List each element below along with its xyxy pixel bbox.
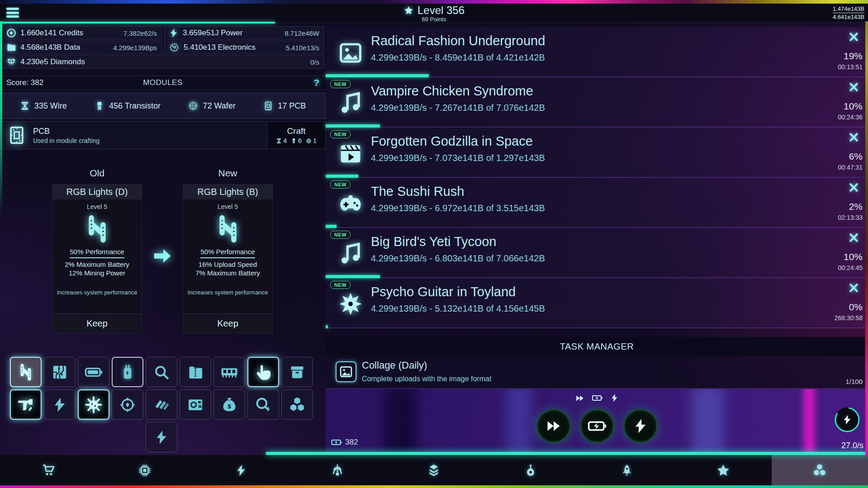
inventory-item-archive-box[interactable] bbox=[281, 357, 313, 387]
energy-ring-button[interactable] bbox=[834, 406, 861, 433]
upload-progress-bar bbox=[326, 124, 380, 128]
close-icon[interactable] bbox=[849, 232, 859, 243]
inventory-item-ram[interactable] bbox=[213, 357, 245, 387]
upload-title: The Sushi Rush bbox=[371, 184, 464, 199]
inventory-item-money-bag[interactable] bbox=[213, 389, 245, 420]
upload-row[interactable]: NEW Big Bird's Yeti Tycoon 4.299e139B/s … bbox=[326, 228, 868, 278]
new-label: New bbox=[183, 168, 273, 179]
media-bg-magenta-bar bbox=[803, 389, 815, 452]
task-row[interactable]: Collage (Daily) Complete uploads with th… bbox=[326, 356, 868, 389]
right-neon-strip bbox=[865, 21, 868, 455]
resource-data-row: 4.568e143B Data 4.299e139Bps bbox=[1, 41, 162, 54]
upload-progress-bar bbox=[326, 325, 328, 328]
zip-folder-icon bbox=[187, 364, 204, 380]
data-amount: 4.568e143B Data bbox=[20, 43, 80, 52]
close-icon[interactable] bbox=[849, 32, 859, 42]
wire-bundle-icon bbox=[153, 396, 170, 413]
module-count-transistor: 456 Transistor bbox=[95, 101, 161, 111]
keep-new-button[interactable]: Keep bbox=[183, 313, 272, 333]
upload-progress-bar bbox=[326, 225, 337, 228]
wafer-icon bbox=[306, 138, 312, 144]
battery-charge-button[interactable] bbox=[580, 409, 614, 443]
keep-old-button[interactable]: Keep bbox=[52, 313, 142, 333]
battery-charge-icon bbox=[588, 417, 607, 436]
old-label: Old bbox=[52, 168, 142, 179]
battery-icon bbox=[85, 363, 103, 381]
cubes-icon bbox=[289, 396, 306, 413]
battery-charge-icon bbox=[592, 393, 603, 403]
energy-button[interactable] bbox=[623, 409, 658, 443]
inventory-item-bolt[interactable] bbox=[44, 389, 76, 420]
close-icon[interactable] bbox=[849, 283, 859, 293]
inventory-item-wire-bundle[interactable] bbox=[146, 389, 177, 420]
media-controls-section: 382 27.0/s bbox=[326, 389, 868, 452]
upload-row[interactable]: NEW Psycho Guitar in Toyland 4.299e139B/… bbox=[326, 278, 868, 328]
nav-rocket[interactable] bbox=[579, 455, 675, 485]
circuit-board-icon bbox=[51, 364, 68, 381]
close-icon[interactable] bbox=[849, 82, 859, 92]
fast-forward-button[interactable] bbox=[536, 409, 571, 443]
nav-claw-machine[interactable] bbox=[289, 455, 386, 485]
upload-row[interactable]: NEW The Sushi Rush 4.299e139B/s - 6.972e… bbox=[326, 178, 868, 228]
nav-lab[interactable] bbox=[482, 455, 579, 485]
bottom-rainbow-strip bbox=[0, 485, 868, 488]
led-strip-icon bbox=[214, 215, 242, 243]
inventory-item-target[interactable] bbox=[112, 389, 143, 420]
nav-modules[interactable] bbox=[772, 455, 868, 485]
bolt-icon bbox=[52, 397, 68, 413]
chip-icon bbox=[138, 464, 152, 477]
nav-energy[interactable] bbox=[193, 455, 289, 485]
data-folder-icon bbox=[6, 43, 16, 52]
upload-percent: 10% bbox=[844, 251, 863, 262]
nav-level[interactable] bbox=[675, 455, 772, 485]
help-button[interactable]: ? bbox=[313, 77, 319, 88]
new-badge: NEW bbox=[330, 130, 351, 138]
upload-row[interactable]: NEW Vampire Chicken Syndrome 4.299e139B/… bbox=[326, 77, 868, 128]
inventory-item-virus[interactable] bbox=[78, 389, 109, 420]
upload-row[interactable]: NEW Forgotten Godzilla in Space 4.299e13… bbox=[326, 128, 868, 178]
resource-grid: 1.660e141 Credits 7.382e62/s 3.659e51J P… bbox=[1, 26, 324, 69]
inventory-item-hand-cursor[interactable] bbox=[247, 357, 279, 387]
upload-title: Forgotten Godzilla in Space bbox=[371, 134, 533, 149]
inventory-item-glue-gun[interactable] bbox=[10, 389, 42, 420]
bolt-icon bbox=[632, 418, 649, 434]
left-neon-strip bbox=[0, 21, 2, 216]
upload-row[interactable]: Radical Fashion Underground 4.299e139B/s… bbox=[326, 27, 868, 77]
music-icon bbox=[338, 91, 363, 115]
inventory-item-search-bolt[interactable] bbox=[247, 389, 279, 420]
module-count-wafer: 72 Wafer bbox=[188, 101, 235, 111]
battery-charge-icon bbox=[331, 437, 342, 448]
led-strip-icon bbox=[83, 215, 111, 243]
upload-time-remaining: 00:47:31 bbox=[838, 164, 863, 171]
inventory-item-bolt-2[interactable] bbox=[146, 422, 177, 452]
craft-button[interactable]: Craft 4 6 1 bbox=[267, 122, 325, 149]
inventory-item-magnifier[interactable] bbox=[146, 357, 177, 387]
menu-icon[interactable] bbox=[6, 8, 19, 18]
media-bg-bar bbox=[692, 389, 724, 452]
left-panel: 1.660e141 Credits 7.382e62/s 3.659e51J P… bbox=[0, 25, 326, 452]
upload-time-remaining: 268:30:58 bbox=[835, 314, 863, 322]
pcb-icon bbox=[7, 125, 27, 145]
inventory-item-led-strip[interactable] bbox=[10, 357, 42, 387]
battery-count: 382 bbox=[345, 438, 358, 447]
inventory-item-charger[interactable] bbox=[112, 357, 143, 387]
nav-hardware[interactable] bbox=[96, 455, 193, 485]
close-icon[interactable] bbox=[849, 182, 859, 193]
inventory-item-circuit-board[interactable] bbox=[44, 357, 76, 387]
inventory-item-psu[interactable] bbox=[180, 389, 211, 420]
close-icon[interactable] bbox=[849, 132, 859, 142]
pcb-icon bbox=[263, 101, 273, 111]
bottom-nav bbox=[0, 455, 868, 485]
led-strip-icon bbox=[17, 364, 34, 381]
inventory-item-zip-folder[interactable] bbox=[180, 357, 211, 387]
selected-module-row: PCB Used in module crafting Craft 4 6 1 bbox=[0, 121, 326, 149]
section-progress-bar bbox=[266, 452, 868, 455]
new-badge: NEW bbox=[330, 80, 351, 88]
module-description: Used in module crafting bbox=[33, 137, 100, 144]
inventory-item-battery[interactable] bbox=[78, 357, 109, 387]
inventory-item-cubes[interactable] bbox=[281, 389, 313, 420]
nav-shop[interactable] bbox=[0, 455, 96, 485]
nav-layers[interactable] bbox=[386, 455, 482, 485]
media-bg-bar bbox=[507, 389, 531, 452]
charger-icon bbox=[119, 364, 136, 381]
